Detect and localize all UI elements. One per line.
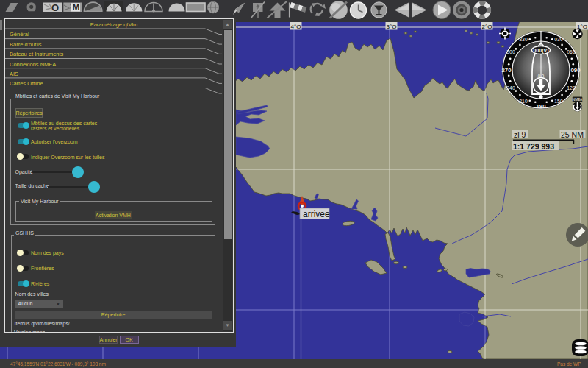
svg-text:060: 060 xyxy=(567,49,576,54)
svg-text:240: 240 xyxy=(506,85,515,91)
svg-text:arrivee: arrivee xyxy=(303,209,330,219)
svg-text:210: 210 xyxy=(519,99,528,104)
svg-text:330: 330 xyxy=(519,37,528,42)
svg-text:300: 300 xyxy=(506,49,515,54)
svg-text:030: 030 xyxy=(554,37,563,42)
svg-text:1:1 729 993: 1:1 729 993 xyxy=(513,142,554,151)
svg-text:270: 270 xyxy=(501,67,512,74)
svg-text:M: M xyxy=(73,2,80,13)
svg-text:O: O xyxy=(51,2,59,13)
svg-text:25 NM: 25 NM xyxy=(561,130,584,139)
svg-text:150: 150 xyxy=(554,99,563,104)
svg-text:4°O: 4°O xyxy=(291,24,301,30)
svg-text:zl 9: zl 9 xyxy=(514,130,526,139)
svg-text:120: 120 xyxy=(567,85,576,91)
svg-text:NMEA: NMEA xyxy=(573,98,583,102)
svg-text:180: 180 xyxy=(536,103,546,110)
svg-text:3°O: 3°O xyxy=(387,24,397,30)
svg-text:000(V): 000(V) xyxy=(533,48,548,54)
svg-text:2°O: 2°O xyxy=(482,24,492,30)
svg-text:090: 090 xyxy=(570,67,581,74)
